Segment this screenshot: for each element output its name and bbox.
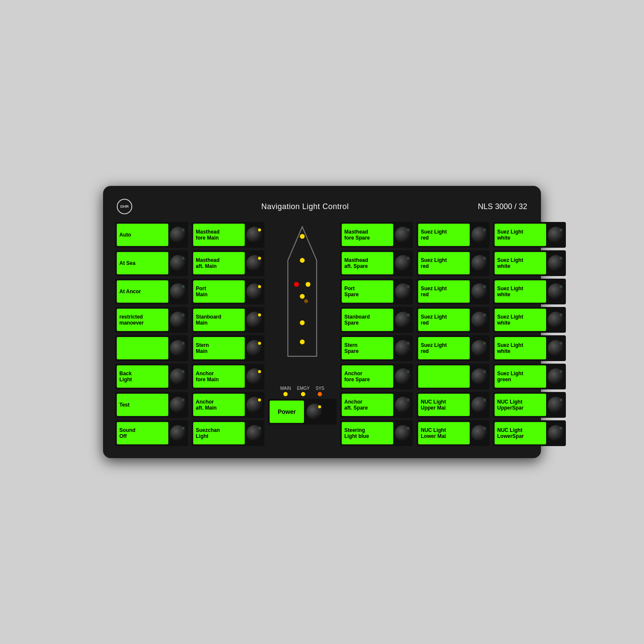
button-knob[interactable] bbox=[471, 340, 488, 356]
button-knob[interactable] bbox=[246, 340, 263, 356]
button-cell[interactable]: Masthead fore Main bbox=[191, 222, 264, 248]
button-cell[interactable]: Masthead aft. Spare bbox=[340, 250, 413, 276]
button-knob[interactable] bbox=[246, 425, 263, 441]
button-knob[interactable] bbox=[395, 312, 411, 328]
button-knob[interactable] bbox=[246, 227, 263, 243]
button-cell[interactable]: restricted manoever bbox=[115, 307, 188, 333]
button-knob[interactable] bbox=[395, 425, 411, 441]
button-cell[interactable]: Suez Light white bbox=[493, 250, 566, 276]
button-cell[interactable]: NUC Light Lower Mai bbox=[416, 420, 489, 446]
button-cell[interactable]: NUC Light LowerSpar bbox=[493, 420, 566, 446]
button-cell[interactable]: Steering Light blue bbox=[340, 420, 413, 446]
svg-point-3 bbox=[294, 282, 299, 287]
button-cell[interactable]: Back Light bbox=[115, 364, 188, 389]
button-knob[interactable] bbox=[471, 425, 488, 441]
button-knob[interactable] bbox=[471, 312, 488, 328]
button-cell[interactable]: Auto bbox=[115, 222, 188, 248]
button-cell[interactable]: Stern Main bbox=[191, 335, 264, 361]
button-knob[interactable] bbox=[548, 255, 564, 271]
button-knob[interactable] bbox=[548, 227, 564, 243]
button-label: Suez Light white bbox=[495, 309, 546, 331]
button-cell[interactable]: Suez Light red bbox=[416, 250, 489, 276]
button-label: Stern Spare bbox=[342, 337, 393, 359]
button-cell[interactable]: Masthead aft. Main bbox=[191, 250, 264, 276]
button-cell[interactable]: Sound Off bbox=[115, 420, 188, 446]
button-cell[interactable]: Anchor fore Spare bbox=[340, 364, 413, 389]
knob-indicator bbox=[483, 285, 486, 288]
button-knob[interactable] bbox=[395, 368, 411, 385]
svg-point-4 bbox=[306, 282, 310, 287]
button-knob[interactable] bbox=[246, 312, 263, 328]
button-knob[interactable] bbox=[246, 397, 263, 413]
button-cell[interactable]: At Ancor bbox=[115, 279, 188, 304]
button-cell[interactable]: Anchor fore Main bbox=[191, 364, 264, 389]
button-cell[interactable]: Stanboard Spare bbox=[340, 307, 413, 333]
button-cell[interactable] bbox=[416, 364, 489, 389]
knob-indicator bbox=[258, 398, 261, 401]
sys-dot bbox=[318, 392, 322, 396]
button-label: NUC Light Upper Mai bbox=[418, 394, 470, 416]
button-knob[interactable] bbox=[170, 425, 186, 441]
button-cell[interactable] bbox=[115, 335, 188, 361]
button-knob[interactable] bbox=[170, 397, 186, 413]
power-row[interactable]: Power bbox=[268, 399, 337, 425]
button-knob[interactable] bbox=[548, 397, 564, 413]
power-button[interactable]: Power bbox=[270, 401, 304, 423]
button-knob[interactable] bbox=[548, 312, 564, 328]
button-knob[interactable] bbox=[170, 283, 186, 300]
button-knob[interactable] bbox=[170, 368, 186, 385]
knob-indicator bbox=[258, 370, 261, 373]
svg-point-1 bbox=[300, 234, 304, 239]
panel-model: NLS 3000 / 32 bbox=[478, 202, 527, 211]
button-knob[interactable] bbox=[170, 312, 186, 328]
button-knob[interactable] bbox=[395, 283, 411, 300]
button-cell[interactable]: At Sea bbox=[115, 250, 188, 276]
button-knob[interactable] bbox=[395, 397, 411, 413]
button-knob[interactable] bbox=[170, 255, 186, 271]
button-knob[interactable] bbox=[548, 340, 564, 356]
button-cell[interactable]: Suez Light green bbox=[493, 364, 566, 389]
button-label: Masthead aft. Main bbox=[193, 252, 245, 274]
knob-indicator bbox=[407, 228, 410, 231]
button-cell[interactable]: Suez Light red bbox=[416, 279, 489, 304]
button-knob[interactable] bbox=[471, 227, 488, 243]
button-cell[interactable]: Masthead fore Spare bbox=[340, 222, 413, 248]
button-cell[interactable]: Suez Light white bbox=[493, 335, 566, 361]
button-cell[interactable]: Test bbox=[115, 392, 188, 418]
button-knob[interactable] bbox=[246, 255, 263, 271]
button-knob[interactable] bbox=[548, 368, 564, 385]
button-cell[interactable]: Suez Light white bbox=[493, 307, 566, 333]
button-knob[interactable] bbox=[471, 255, 488, 271]
button-cell[interactable]: NUC Light Upper Mai bbox=[416, 392, 489, 418]
button-cell[interactable]: Port Spare bbox=[340, 279, 413, 304]
button-cell[interactable]: NUC Light UpperSpar bbox=[493, 392, 566, 418]
button-knob[interactable] bbox=[170, 227, 186, 243]
button-label: Back Light bbox=[117, 365, 168, 388]
button-knob[interactable] bbox=[548, 425, 564, 441]
button-knob[interactable] bbox=[395, 227, 411, 243]
button-cell[interactable]: Port Main bbox=[191, 279, 264, 304]
button-knob[interactable] bbox=[246, 368, 263, 385]
button-cell[interactable]: Suezchan Light bbox=[191, 420, 264, 446]
button-cell[interactable]: Suez Light red bbox=[416, 335, 489, 361]
button-knob[interactable] bbox=[471, 397, 488, 413]
button-cell[interactable]: Stanboard Main bbox=[191, 307, 264, 333]
button-cell[interactable]: Suez Light white bbox=[493, 279, 566, 304]
button-cell[interactable]: Anchor aft. Main bbox=[191, 392, 264, 418]
knob-indicator bbox=[407, 370, 410, 373]
button-knob[interactable] bbox=[471, 283, 488, 300]
button-cell[interactable]: Suez Light red bbox=[416, 307, 489, 333]
button-knob[interactable] bbox=[395, 340, 411, 356]
button-knob[interactable] bbox=[246, 283, 263, 300]
button-cell[interactable]: Suez Light white bbox=[493, 222, 566, 248]
button-knob[interactable] bbox=[548, 283, 564, 300]
button-cell[interactable]: Stern Spare bbox=[340, 335, 413, 361]
button-knob[interactable] bbox=[395, 255, 411, 271]
button-knob[interactable] bbox=[170, 340, 186, 356]
button-cell[interactable]: Anchor aft. Spare bbox=[340, 392, 413, 418]
button-cell[interactable]: Suez Light red bbox=[416, 222, 489, 248]
power-knob[interactable] bbox=[307, 404, 323, 420]
button-knob[interactable] bbox=[471, 368, 488, 385]
knob-indicator bbox=[182, 342, 185, 345]
button-label: Suez Light white bbox=[495, 280, 546, 303]
